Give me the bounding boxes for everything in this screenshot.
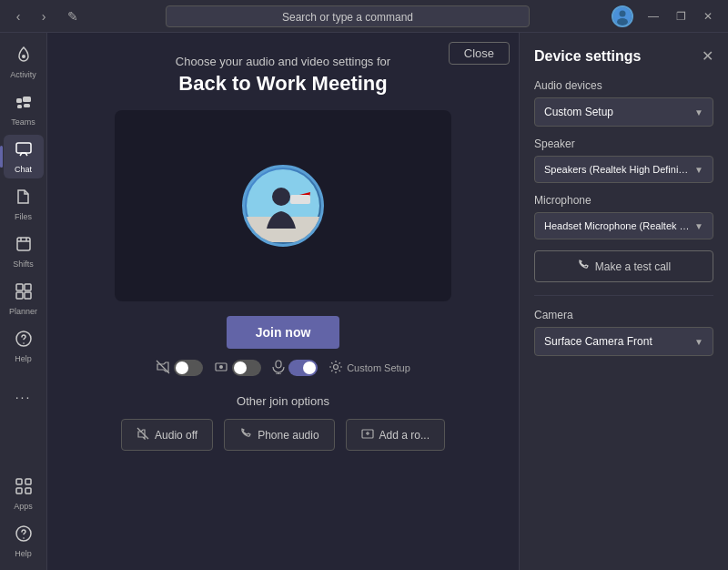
compose-button[interactable]: ✎ [62,5,84,27]
join-options: Audio off Phone audio [121,419,445,451]
video-control[interactable] [156,360,203,376]
search-bar[interactable]: Search or type a command [166,5,530,27]
svg-rect-5 [23,97,31,102]
audio-off-button[interactable]: Audio off [121,419,213,451]
sidebar-item-files[interactable]: Files [4,182,44,226]
sidebar-item-more[interactable]: ··· [4,375,44,419]
phone-audio-button[interactable]: Phone audio [224,419,334,451]
settings-title: Device settings [534,48,641,65]
close-meeting-button[interactable]: Close [449,42,510,65]
sidebar-item-apps[interactable]: Apps [4,472,44,515]
settings-control[interactable]: Custom Setup [329,360,410,376]
video-off-icon [156,360,170,376]
microphone-value: Headset Microphone (Realtek High D... [544,220,690,231]
svg-rect-17 [25,479,31,484]
microphone-label: Microphone [534,194,713,207]
test-call-icon [577,259,590,274]
svg-point-1 [620,10,626,16]
microphone-dropdown[interactable]: Headset Microphone (Realtek High D... ▼ [534,212,713,239]
blur-toggle[interactable] [232,360,261,376]
custom-setup-label: Custom Setup [347,362,410,373]
svg-rect-12 [16,292,23,299]
activity-label: Activity [10,70,36,79]
planner-icon [15,282,33,305]
sidebar: Activity Teams Chat [0,33,47,570]
sidebar-item-teams[interactable]: Teams [4,87,44,131]
other-join-title: Other join options [121,394,445,408]
svg-point-15 [23,342,25,344]
phone-icon [239,427,252,443]
mic-icon [272,360,285,376]
other-join-section: Other join options Audio off [121,394,445,451]
apps-label: Apps [14,502,33,511]
chat-icon [15,140,33,163]
camera-label: Camera [534,309,713,321]
audio-devices-label: Audio devices [534,79,713,92]
mic-control[interactable] [272,360,318,376]
sidebar-item-help-bottom[interactable]: Help [4,519,44,563]
camera-arrow: ▼ [694,337,703,347]
speaker-arrow: ▼ [694,165,703,175]
add-room-label: Add a ro... [379,429,430,442]
test-call-button[interactable]: Make a test call [534,250,713,282]
svg-point-25 [272,188,290,206]
titlebar-left: ‹ › ✎ [7,5,84,27]
device-settings-panel: Device settings ✕ Audio devices Custom S… [519,33,728,570]
titlebar-right: — ❐ ✕ [612,5,721,27]
svg-rect-8 [16,143,31,153]
files-label: Files [15,212,32,221]
sidebar-item-shifts[interactable]: Shifts [4,229,44,273]
activity-icon [15,46,33,68]
help-label: Help [15,354,32,363]
audio-devices-value: Custom Setup [544,106,613,118]
main-layout: Activity Teams Chat [0,33,728,570]
svg-rect-13 [25,292,31,299]
audio-devices-dropdown[interactable]: Custom Setup ▼ [534,97,713,127]
nav-forward-button[interactable]: › [33,5,55,27]
settings-close-button[interactable]: ✕ [702,47,713,65]
svg-rect-4 [16,98,22,103]
speaker-value: Speakers (Realtek High Definition Au... [544,164,690,175]
user-avatar [612,5,633,27]
svg-rect-11 [25,284,31,290]
join-now-button[interactable]: Join now [227,316,340,349]
sidebar-item-activity[interactable]: Activity [4,40,44,84]
svg-point-2 [617,18,628,25]
blur-control[interactable] [214,360,261,376]
help-icon [15,330,33,352]
settings-divider [534,295,713,296]
video-toggle[interactable] [174,360,203,376]
minimize-button[interactable]: — [641,5,666,27]
svg-point-21 [23,537,25,539]
close-window-button[interactable]: ✕ [695,5,721,27]
teams-label: Teams [11,117,35,127]
help-bottom-icon [15,524,33,547]
meeting-title: Back to Work Meeting [178,72,387,96]
add-room-icon [361,427,374,443]
sidebar-item-planner[interactable]: Planner [4,277,44,321]
svg-rect-7 [24,104,30,107]
svg-rect-16 [16,479,22,484]
camera-value: Surface Camera Front [544,335,652,348]
settings-header: Device settings ✕ [534,47,713,65]
svg-rect-9 [17,238,30,250]
more-icon: ··· [15,390,32,404]
blur-icon [214,360,228,376]
speaker-dropdown[interactable]: Speakers (Realtek High Definition Au... … [534,156,713,183]
mic-toggle[interactable] [288,360,318,376]
camera-dropdown[interactable]: Surface Camera Front ▼ [534,327,713,356]
settings-icon [329,360,343,376]
svg-rect-19 [25,488,31,494]
svg-rect-10 [16,284,23,290]
test-call-label: Make a test call [595,260,671,273]
speaker-label: Speaker [534,137,713,150]
nav-back-button[interactable]: ‹ [7,5,29,27]
restore-button[interactable]: ❐ [668,5,693,27]
sidebar-item-help[interactable]: Help [4,324,44,368]
add-room-button[interactable]: Add a ro... [346,419,445,451]
meeting-subtitle: Choose your audio and video settings for [176,55,390,68]
audio-off-label: Audio off [155,429,197,442]
microphone-arrow: ▼ [694,221,703,231]
sidebar-item-chat[interactable]: Chat [4,135,44,178]
planner-label: Planner [9,307,37,316]
